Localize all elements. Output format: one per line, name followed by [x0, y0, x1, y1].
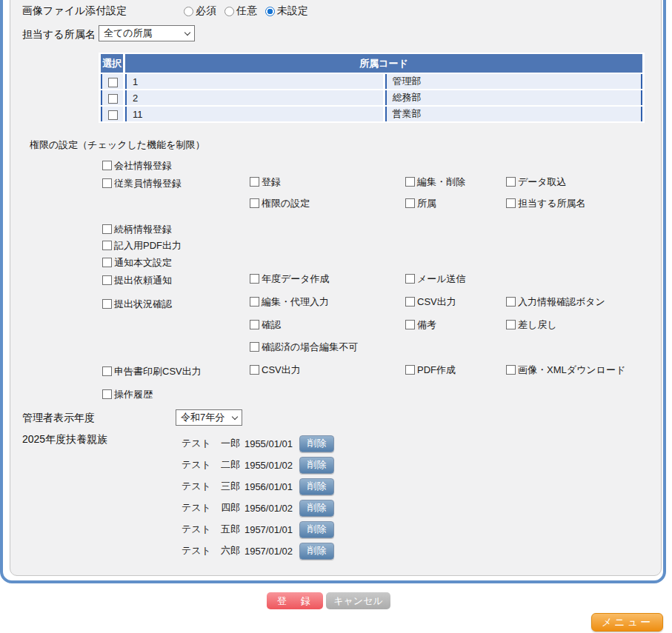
checkbox-icon: [102, 161, 112, 170]
chevron-down-icon: [184, 29, 190, 35]
dependent-name: テスト 六郎: [182, 544, 240, 557]
dependent-birthdate: 1957/01/02: [244, 546, 293, 557]
dependent-birthdate: 1955/01/01: [244, 438, 293, 449]
admin-year-label: 管理者表示年度: [22, 412, 95, 425]
table-row: 2 総務部: [101, 90, 642, 105]
checkbox-image-xml-download[interactable]: 画像・XMLダウンロード: [506, 364, 625, 375]
admin-year-select[interactable]: 令和7年分: [176, 409, 242, 426]
checkbox-label: PDF作成: [417, 364, 456, 377]
dependent-row: テスト 四郎 1956/01/02 削除: [182, 499, 334, 517]
select-value: 全ての所属: [104, 27, 153, 40]
checkbox-icon: [102, 241, 112, 250]
table-header-row: 選択 所属コード: [101, 54, 642, 73]
checkbox-icon: [102, 299, 112, 309]
delete-button[interactable]: 削除: [299, 435, 334, 452]
checkbox-mail-send[interactable]: メール送信: [405, 273, 466, 284]
dependent-name: テスト 四郎: [182, 501, 240, 515]
checkbox-label: 所属: [417, 197, 436, 210]
department-label: 担当する所属名: [22, 28, 96, 41]
checkbox-icon: [506, 320, 516, 329]
checkbox-icon: [102, 224, 112, 234]
checkbox-company-info-registration[interactable]: 会社情報登録: [102, 160, 172, 171]
dependent-birthdate: 1956/01/02: [244, 503, 293, 514]
checkbox-label: 続柄情報登録: [114, 223, 172, 236]
checkbox-edit-proxy-input[interactable]: 編集・代理入力: [250, 296, 329, 307]
delete-button[interactable]: 削除: [299, 543, 334, 560]
checkbox-icon: [102, 366, 112, 376]
delete-button[interactable]: 削除: [299, 478, 334, 495]
checkbox-report-print-csv-output[interactable]: 申告書印刷CSV出力: [102, 366, 202, 377]
row-checkbox[interactable]: [108, 110, 118, 120]
checkbox-icon: [250, 320, 259, 329]
checkbox-relationship-info-registration[interactable]: 続柄情報登録: [102, 224, 172, 235]
checkbox-send-back[interactable]: 差し戻し: [506, 319, 557, 330]
checkbox-label: CSV出力: [262, 364, 301, 377]
checkbox-submission-request-notice[interactable]: 提出依頼通知: [102, 275, 172, 286]
checkbox-remarks[interactable]: 備考: [405, 319, 436, 330]
row-checkbox[interactable]: [108, 78, 118, 87]
checkbox-input-confirm-button[interactable]: 入力情報確認ボタン: [506, 296, 605, 307]
delete-button[interactable]: 削除: [299, 521, 334, 538]
radio-required[interactable]: 必須: [184, 4, 216, 18]
dept-code: 1: [125, 74, 383, 89]
radio-label: 必須: [196, 4, 216, 18]
checkbox-pdf-create[interactable]: PDF作成: [405, 364, 456, 375]
checkbox-notice-body-setting[interactable]: 通知本文設定: [102, 257, 172, 268]
checkbox-department[interactable]: 所属: [405, 198, 436, 209]
dependent-name: テスト 二郎: [182, 458, 240, 472]
checkbox-permission-setting[interactable]: 権限の設定: [250, 198, 310, 209]
attachment-setting-label: 画像ファイル添付設定: [22, 4, 127, 18]
checkbox-label: 操作履歴: [114, 388, 153, 401]
checkbox-csv-output-print[interactable]: CSV出力: [250, 364, 301, 375]
permissions-title: 権限の設定（チェックした機能を制限）: [30, 138, 204, 152]
checkbox-icon: [250, 198, 259, 208]
checkbox-csv-output-status[interactable]: CSV出力: [405, 296, 456, 307]
dependent-row: テスト 六郎 1957/01/02 削除: [182, 542, 334, 560]
checkbox-icon: [102, 258, 112, 267]
radio-label: 未設定: [277, 4, 308, 18]
checkbox-department-name[interactable]: 担当する所属名: [506, 198, 586, 209]
checkbox-label: 申告書印刷CSV出力: [114, 365, 202, 378]
dept-name: 管理部: [385, 74, 643, 89]
checkbox-icon: [102, 389, 112, 399]
checkbox-icon: [250, 365, 259, 375]
delete-button[interactable]: 削除: [299, 500, 334, 517]
checkbox-label: 年度データ作成: [262, 272, 330, 286]
register-button[interactable]: 登 録: [267, 592, 323, 609]
radio-icon: [184, 7, 193, 16]
checkbox-label: 権限の設定: [262, 197, 310, 210]
checkbox-icon: [506, 297, 516, 307]
checkbox-label: 従業員情報登録: [114, 177, 182, 190]
radio-unset[interactable]: 未設定: [265, 4, 308, 18]
checkbox-register[interactable]: 登録: [250, 176, 281, 187]
table-header-code: 所属コード: [125, 54, 642, 73]
checkbox-year-data-create[interactable]: 年度データ作成: [250, 273, 330, 284]
cancel-button[interactable]: キャンセル: [326, 592, 390, 609]
checkbox-label: メール送信: [417, 272, 466, 286]
menu-button[interactable]: メニュー: [591, 613, 663, 632]
delete-button[interactable]: 削除: [299, 457, 334, 474]
checkbox-confirmed-edit-lock[interactable]: 確認済の場合編集不可: [250, 341, 358, 352]
department-select[interactable]: 全ての所属: [99, 25, 195, 41]
checkbox-label: 会社情報登録: [114, 159, 172, 173]
checkbox-data-import[interactable]: データ取込: [506, 176, 567, 187]
checkbox-label: 確認: [262, 318, 281, 332]
checkbox-icon: [506, 198, 516, 208]
checkbox-edit-delete[interactable]: 編集・削除: [405, 176, 465, 187]
table-header-select: 選択: [101, 54, 123, 73]
dept-code: 11: [125, 107, 383, 121]
checkbox-icon: [405, 274, 415, 284]
checkbox-label: 備考: [417, 318, 436, 332]
chevron-down-icon: [232, 413, 238, 419]
radio-optional[interactable]: 任意: [224, 4, 257, 18]
checkbox-operation-history[interactable]: 操作履歴: [102, 389, 153, 400]
row-checkbox[interactable]: [108, 94, 118, 104]
checkbox-label: 編集・削除: [417, 175, 465, 189]
radio-label: 任意: [236, 4, 257, 18]
dependent-row: テスト 三郎 1956/01/01 削除: [182, 478, 334, 495]
checkbox-employee-info-registration[interactable]: 従業員情報登録: [102, 178, 182, 189]
checkbox-icon: [405, 365, 415, 375]
checkbox-confirm[interactable]: 確認: [250, 319, 281, 330]
checkbox-pdf-form-output[interactable]: 記入用PDF出力: [102, 240, 182, 251]
checkbox-submission-status-check[interactable]: 提出状況確認: [102, 298, 172, 309]
